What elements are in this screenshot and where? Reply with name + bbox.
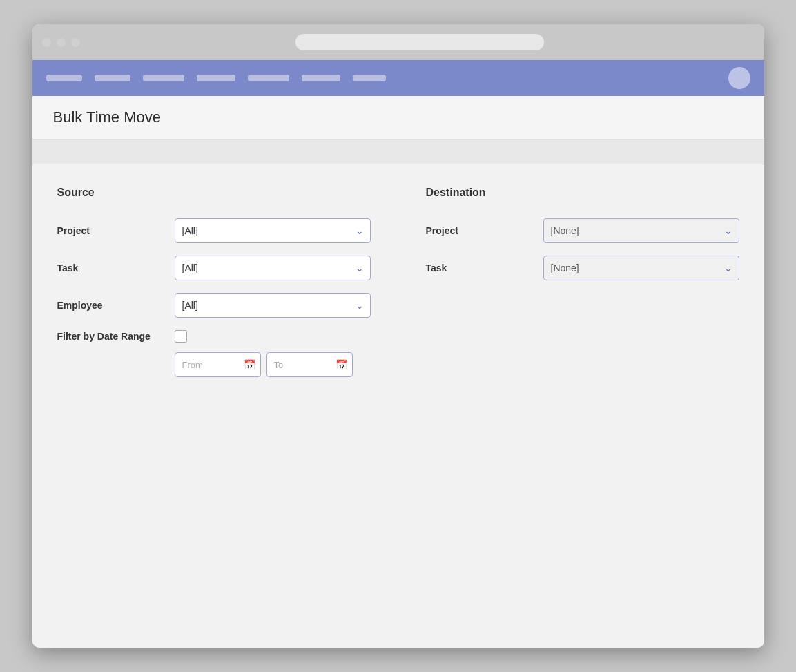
to-date-wrapper[interactable]: 📅	[266, 352, 353, 377]
source-employee-label: Employee	[57, 300, 175, 311]
nav-item-1[interactable]	[46, 75, 82, 81]
source-task-row: Task [All] ⌄	[57, 256, 371, 280]
source-task-select[interactable]: [All]	[175, 256, 371, 280]
nav-item-2[interactable]	[95, 75, 130, 81]
page-header: Bulk Time Move	[32, 96, 764, 140]
dest-task-select-wrapper[interactable]: [None] ⌄	[543, 256, 739, 280]
to-date-input[interactable]	[266, 352, 353, 377]
traffic-light-green[interactable]	[71, 38, 80, 47]
source-project-label: Project	[57, 225, 175, 236]
nav-item-7[interactable]	[353, 75, 386, 81]
form-columns: Source Project [All] ⌄ Task	[57, 186, 739, 377]
dest-project-label: Project	[426, 225, 543, 236]
from-date-wrapper[interactable]: 📅	[175, 352, 261, 377]
source-project-row: Project [All] ⌄	[57, 218, 371, 243]
app-window: Bulk Time Move Source Project [All] ⌄	[32, 24, 764, 648]
nav-item-4[interactable]	[197, 75, 235, 81]
source-employee-select[interactable]: [All]	[175, 293, 371, 318]
nav-item-3[interactable]	[143, 75, 184, 81]
filter-date-row: Filter by Date Range	[57, 330, 371, 343]
title-bar-address	[86, 34, 755, 50]
user-avatar[interactable]	[728, 67, 750, 89]
source-section: Source Project [All] ⌄ Task	[57, 186, 371, 377]
date-range-row: 📅 📅	[175, 352, 371, 377]
source-project-select-wrapper[interactable]: [All] ⌄	[175, 218, 371, 243]
nav-item-6[interactable]	[302, 75, 340, 81]
nav-item-5[interactable]	[248, 75, 289, 81]
destination-section-title: Destination	[426, 186, 739, 199]
nav-bar	[32, 60, 764, 96]
source-project-select[interactable]: [All]	[175, 218, 371, 243]
dest-project-select-wrapper[interactable]: [None] ⌄	[543, 218, 739, 243]
page-title: Bulk Time Move	[53, 108, 744, 126]
address-bar[interactable]	[295, 34, 544, 50]
main-content: Source Project [All] ⌄ Task	[32, 164, 764, 648]
source-employee-row: Employee [All] ⌄	[57, 293, 371, 318]
dest-task-label: Task	[426, 262, 543, 273]
filter-date-checkbox[interactable]	[175, 330, 187, 343]
title-bar	[32, 24, 764, 60]
source-task-label: Task	[57, 262, 175, 273]
from-date-input[interactable]	[175, 352, 261, 377]
destination-section: Destination Project [None] ⌄ Task	[426, 186, 739, 377]
filter-date-label: Filter by Date Range	[57, 331, 175, 342]
traffic-light-red[interactable]	[42, 38, 51, 47]
dest-task-select[interactable]: [None]	[543, 256, 739, 280]
dest-project-row: Project [None] ⌄	[426, 218, 739, 243]
source-task-select-wrapper[interactable]: [All] ⌄	[175, 256, 371, 280]
source-employee-select-wrapper[interactable]: [All] ⌄	[175, 293, 371, 318]
dest-task-row: Task [None] ⌄	[426, 256, 739, 280]
source-section-title: Source	[57, 186, 371, 199]
dest-project-select[interactable]: [None]	[543, 218, 739, 243]
traffic-light-yellow[interactable]	[57, 38, 66, 47]
sub-header	[32, 140, 764, 164]
